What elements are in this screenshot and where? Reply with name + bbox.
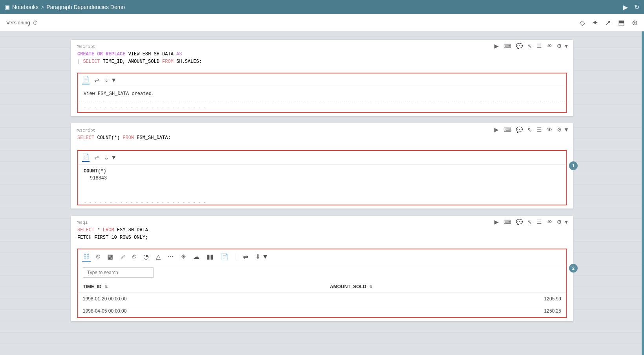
sort-icon-amount-sold: ⇅ (369, 285, 372, 289)
settings-icon-3[interactable]: ⚙ ▼ (557, 219, 569, 225)
download-tab[interactable]: ⇓ ▼ (254, 252, 270, 261)
page-title: Paragraph Dependencies Demo (46, 4, 125, 10)
result-footer-2: - - - - - - - - - - - - - - - - - - - - … (78, 185, 566, 205)
toolbar-right: ◇ ✦ ↗ ⬒ ⊕ (580, 18, 638, 27)
expand-icon-1[interactable]: ⇖ (527, 43, 532, 49)
print-icon[interactable]: ⊕ (632, 18, 638, 27)
paragraph-2: %script SELECT COUNT(*) FROM ESM_SH_DATA… (71, 123, 573, 209)
magic-directive-2: %script (77, 127, 553, 134)
breadcrumb-separator: > (41, 4, 44, 10)
toolbar: Versioning ⏱ ◇ ✦ ↗ ⬒ ⊕ (0, 14, 644, 31)
col-header-amount-sold[interactable]: AMOUNT_SOLD ⇅ (325, 281, 566, 293)
cell-time-id-1: 1998-01-20 00:00:00 (78, 293, 325, 305)
grid-tab[interactable]: ⋅⋅⋅ (166, 252, 175, 261)
chart-icon-3[interactable]: ⌨ (503, 219, 511, 225)
comment-icon-3[interactable]: 💬 (516, 219, 523, 225)
viz-tabs: ☷ ⎋ ▩ ⤢ ⎋ ◔ △ ⋅⋅⋅ ☀ ☁ ▮▮ 📄 ⇌ ⇓ ▼ (78, 249, 566, 264)
top-bar-actions: ▶ ↻ (623, 4, 639, 11)
col-header-time-id[interactable]: TIME_ID ⇅ (78, 281, 325, 293)
code-line-1: CREATE OR REPLACE VIEW ESM_SH_DATA AS (77, 51, 553, 58)
settings-icon-2[interactable]: ⚙ ▼ (557, 126, 569, 133)
para-1-actions: ▶ ⌨ 💬 ⇖ ☰ 👁 ⚙ ▼ (494, 43, 569, 49)
file-tab[interactable]: 📄 (219, 252, 230, 261)
versioning-section: Versioning ⏱ (6, 20, 38, 26)
notebook-icon: ▣ (5, 4, 10, 10)
result-content-2: COUNT(*) 918843 (78, 165, 566, 185)
magic-icon[interactable]: ✦ (592, 18, 598, 27)
save-icon[interactable]: ⬒ (618, 18, 625, 27)
cell-amount-sold-1: 1205.99 (325, 293, 566, 305)
result-message-1: View ESM_SH_DATA created. (84, 91, 560, 97)
comment-icon-2[interactable]: 💬 (516, 126, 523, 133)
filter-icon-2[interactable]: ⇌ (94, 154, 99, 161)
table-view-tab[interactable]: ☷ (82, 252, 91, 262)
breadcrumb: ▣ Notebooks > Paragraph Dependencies Dem… (5, 4, 620, 10)
breadcrumb-notebooks[interactable]: Notebooks (12, 4, 38, 10)
expand-icon-2[interactable]: ⇖ (527, 126, 532, 133)
download-icon-2[interactable]: ⇓ ▼ (104, 154, 117, 161)
result-panel-2: 📄 ⇌ ⇓ ▼ COUNT(*) 918843 - - - - - - - - … (77, 150, 567, 205)
para-2-actions: ▶ ⌨ 💬 ⇖ ☰ 👁 ⚙ ▼ (494, 126, 569, 133)
count-value: 918843 (84, 176, 560, 181)
bar-chart-tab[interactable]: ▩ (106, 252, 115, 261)
area-chart-tab[interactable]: ⎋ (131, 252, 138, 261)
eye-icon-2[interactable]: 👁 (547, 126, 552, 133)
run-icon-1[interactable]: ▶ (494, 43, 499, 49)
table-row: 1998-04-05 00:00:00 1250.25 (78, 305, 566, 317)
result-content-1: View ESM_SH_DATA created. (78, 87, 566, 101)
result-footer-1: - - - - - - - - - - - - - - - - - - - - … (78, 105, 566, 112)
comment-icon-1[interactable]: 💬 (516, 43, 523, 49)
export-icon[interactable]: ↗ (605, 18, 611, 27)
download-icon-1[interactable]: ⇓ ▼ (104, 77, 117, 84)
settings-icon-1[interactable]: ⚙ ▼ (557, 43, 569, 49)
expand-icon-3[interactable]: ⇖ (527, 219, 532, 225)
viz-sep (236, 253, 236, 260)
file-icon-1[interactable]: 📄 (82, 76, 90, 84)
code-line-5: FETCH FIRST 10 ROWS ONLY; (77, 234, 553, 242)
top-bar: ▣ Notebooks > Paragraph Dependencies Dem… (0, 0, 644, 14)
run-icon-3[interactable]: ▶ (494, 219, 499, 225)
triangle-tab[interactable]: △ (154, 252, 162, 261)
file-icon-2[interactable]: 📄 (82, 153, 90, 162)
para-3-actions: ▶ ⌨ 💬 ⇖ ☰ 👁 ⚙ ▼ (494, 219, 569, 225)
result-table: TIME_ID ⇅ AMOUNT_SOLD ⇅ 1998-01-20 00:00… (78, 281, 566, 317)
paragraph-1: %script CREATE OR REPLACE VIEW ESM_SH_DA… (71, 39, 573, 117)
result-toolbar-1: 📄 ⇌ ⇓ ▼ (78, 73, 566, 87)
filter-icon-1[interactable]: ⇌ (94, 77, 99, 84)
cell-time-id-2: 1998-04-05 00:00:00 (78, 305, 325, 317)
filter-tab[interactable]: ⇌ (242, 252, 250, 261)
magic-directive-1: %script (77, 44, 553, 51)
table-row: 1998-01-20 00:00:00 1205.99 (78, 293, 566, 305)
code-line-3: SELECT COUNT(*) FROM ESM_SH_DATA; (77, 134, 553, 142)
count-column-header: COUNT(*) (84, 168, 560, 174)
line-chart-tab[interactable]: ⎋ (95, 252, 102, 261)
result-panel-1: 📄 ⇌ ⇓ ▼ View ESM_SH_DATA created. - - - … (77, 73, 567, 113)
eraser-icon[interactable]: ◇ (580, 18, 585, 27)
sort-icon-time-id: ⇅ (104, 285, 108, 289)
list-icon-2[interactable]: ☰ (537, 126, 542, 133)
chart-icon-1[interactable]: ⌨ (503, 43, 511, 49)
eye-icon-1[interactable]: 👁 (547, 43, 552, 49)
scatter-tab[interactable]: ⤢ (119, 252, 127, 261)
search-container (78, 264, 566, 281)
code-line-2: | SELECT TIME_ID, AMOUNT_SOLD FROM SH.SA… (77, 58, 553, 66)
bubble-tab[interactable]: ◔ (142, 252, 150, 261)
list-icon-1[interactable]: ☰ (537, 43, 542, 49)
dep-badge-2: 2 (569, 264, 578, 273)
search-input[interactable] (83, 267, 154, 278)
cloud-tab[interactable]: ☁ (192, 252, 201, 261)
eye-icon-3[interactable]: 👁 (547, 219, 552, 225)
dep-badge-1: 1 (569, 161, 578, 170)
chart-icon-2[interactable]: ⌨ (503, 126, 511, 133)
versioning-label: Versioning (6, 20, 30, 26)
histogram-tab[interactable]: ▮▮ (205, 252, 215, 261)
sunburst-tab[interactable]: ☀ (179, 252, 188, 261)
list-icon-3[interactable]: ☰ (537, 219, 542, 225)
result-panel-3: ☷ ⎋ ▩ ⤢ ⎋ ◔ △ ⋅⋅⋅ ☀ ☁ ▮▮ 📄 ⇌ ⇓ ▼ (77, 249, 567, 318)
cell-amount-sold-2: 1250.25 (325, 305, 566, 317)
run-icon-2[interactable]: ▶ (494, 126, 499, 133)
play-button[interactable]: ▶ (623, 4, 628, 11)
refresh-button[interactable]: ↻ (634, 4, 639, 11)
paragraph-3: %sql SELECT * FROM ESM_SH_DATA FETCH FIR… (71, 215, 573, 322)
main-content: %script CREATE OR REPLACE VIEW ESM_SH_DA… (0, 31, 644, 355)
